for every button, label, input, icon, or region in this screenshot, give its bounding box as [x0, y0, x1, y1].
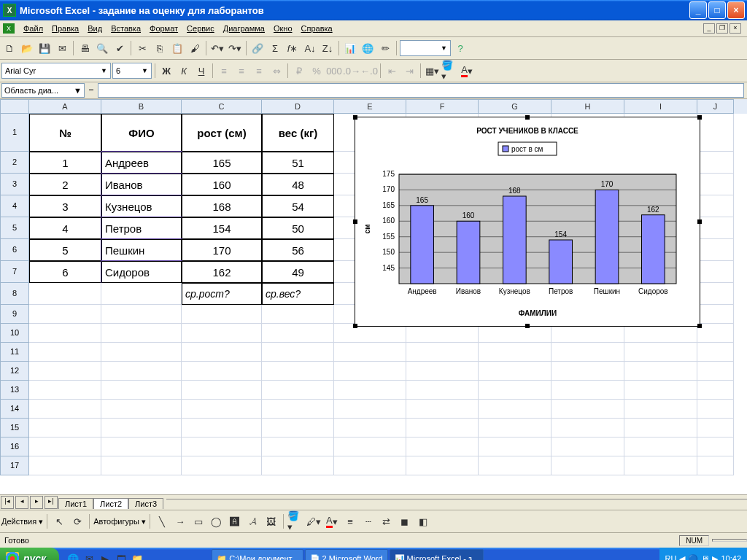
cell[interactable]: [262, 438, 334, 456]
cell[interactable]: [262, 343, 334, 362]
cell[interactable]: [101, 381, 182, 400]
help-icon[interactable]: ?: [452, 40, 468, 56]
row-header[interactable]: 3: [0, 174, 29, 195]
cell[interactable]: [101, 438, 182, 456]
cell[interactable]: [334, 456, 406, 475]
cell[interactable]: [551, 456, 624, 475]
cell[interactable]: [182, 324, 262, 343]
cell[interactable]: [624, 419, 697, 438]
align-left-icon[interactable]: ≡: [216, 63, 232, 79]
clock[interactable]: 10:42: [721, 554, 741, 560]
mdi-minimize-button[interactable]: _: [703, 23, 715, 34]
cell[interactable]: 154: [182, 217, 262, 239]
col-header[interactable]: D: [262, 99, 334, 114]
row-header[interactable]: 6: [0, 239, 29, 261]
cell[interactable]: [101, 400, 182, 419]
cell[interactable]: 49: [262, 261, 334, 283]
bold-icon[interactable]: Ж: [158, 63, 174, 79]
cell[interactable]: [334, 381, 406, 400]
cell[interactable]: [697, 261, 734, 283]
dec-decimal-icon[interactable]: ←.0: [361, 63, 377, 79]
cut-icon[interactable]: ✂: [134, 40, 150, 56]
print-icon[interactable]: 🖶: [77, 40, 93, 56]
menu-tools[interactable]: Сервис: [182, 23, 219, 34]
cell[interactable]: [697, 152, 734, 174]
cell[interactable]: [697, 283, 734, 305]
cell[interactable]: [697, 239, 734, 261]
cell[interactable]: [29, 381, 101, 400]
col-header[interactable]: E: [334, 99, 406, 114]
cell[interactable]: [334, 400, 406, 419]
cell[interactable]: 6: [29, 261, 101, 283]
row-header[interactable]: 14: [0, 400, 29, 419]
maximize-button[interactable]: □: [708, 1, 726, 19]
function-icon[interactable]: f∗: [285, 40, 301, 56]
map-icon[interactable]: 🌐: [360, 40, 376, 56]
row-header[interactable]: 8: [0, 283, 29, 305]
cell[interactable]: Кузнецов: [101, 195, 182, 217]
cell[interactable]: [479, 400, 551, 419]
cell[interactable]: [479, 419, 551, 438]
cell[interactable]: [334, 362, 406, 381]
cell[interactable]: [101, 324, 182, 343]
inc-indent-icon[interactable]: ⇥: [401, 63, 417, 79]
currency-icon[interactable]: ₽: [291, 63, 307, 79]
cell[interactable]: [551, 400, 624, 419]
autosum-icon[interactable]: Σ: [267, 40, 283, 56]
cell[interactable]: №: [29, 114, 101, 152]
col-header[interactable]: B: [101, 99, 182, 114]
arrow-style-icon[interactable]: ⇄: [379, 513, 395, 529]
cell[interactable]: [697, 114, 734, 152]
paste-icon[interactable]: 📋: [169, 40, 185, 56]
cell[interactable]: вес (кг): [262, 114, 334, 152]
align-center-icon[interactable]: ≡: [233, 63, 249, 79]
col-header[interactable]: J: [697, 99, 734, 114]
system-tray[interactable]: RU ◀ 🔵 🖥 ▶ 10:42: [659, 548, 747, 560]
tab-nav-next-icon[interactable]: ▸: [30, 496, 43, 509]
cell[interactable]: Сидоров: [101, 261, 182, 283]
embedded-chart[interactable]: РОСТ УЧЕНИКОВ В КЛАССЕрост в см145150155…: [355, 117, 700, 327]
cell[interactable]: ср.вес?: [262, 283, 334, 305]
row-header[interactable]: 2: [0, 152, 29, 174]
quicklaunch-icon-5[interactable]: 📁: [129, 551, 145, 560]
line-style-icon[interactable]: ≡: [342, 513, 358, 529]
start-button[interactable]: пуск: [0, 548, 59, 560]
cell[interactable]: [334, 419, 406, 438]
cell[interactable]: [29, 305, 101, 324]
cell[interactable]: [697, 400, 734, 419]
spellcheck-icon[interactable]: ✔: [112, 40, 128, 56]
new-icon[interactable]: 🗋: [1, 40, 18, 56]
cell[interactable]: 168: [182, 195, 262, 217]
cell[interactable]: [406, 456, 479, 475]
quicklaunch-icon[interactable]: 🌐: [65, 551, 81, 560]
cell[interactable]: [624, 456, 697, 475]
drawing-toggle-icon[interactable]: ✏: [377, 40, 393, 56]
cell[interactable]: [29, 456, 101, 475]
col-header[interactable]: H: [551, 99, 624, 114]
sort-desc-icon[interactable]: Z↓: [320, 40, 336, 56]
menu-file[interactable]: Файл: [19, 23, 47, 34]
mdi-close-button[interactable]: ×: [729, 23, 741, 34]
cell[interactable]: [182, 343, 262, 362]
font-color-icon[interactable]: A▾: [459, 63, 475, 79]
cell[interactable]: [182, 362, 262, 381]
cell[interactable]: [182, 400, 262, 419]
dec-indent-icon[interactable]: ⇤: [384, 63, 400, 79]
font-name-combo[interactable]: Arial Cyr▼: [1, 63, 111, 79]
mail-icon[interactable]: ✉: [54, 40, 70, 56]
cell[interactable]: 2: [29, 174, 101, 195]
cell[interactable]: [29, 324, 101, 343]
draw-actions-menu[interactable]: Действия ▾: [1, 517, 43, 526]
cell[interactable]: [697, 362, 734, 381]
rectangle-icon[interactable]: ▭: [190, 513, 206, 529]
cell[interactable]: 162: [182, 261, 262, 283]
cell[interactable]: [101, 343, 182, 362]
cell[interactable]: рост (см): [182, 114, 262, 152]
undo-icon[interactable]: ↶▾: [209, 40, 225, 56]
shadow-icon[interactable]: ◼: [397, 513, 413, 529]
cell[interactable]: [101, 456, 182, 475]
dash-style-icon[interactable]: ┄: [360, 513, 376, 529]
chart-wizard-icon[interactable]: 📊: [342, 40, 358, 56]
cell[interactable]: [406, 381, 479, 400]
cell[interactable]: [182, 381, 262, 400]
